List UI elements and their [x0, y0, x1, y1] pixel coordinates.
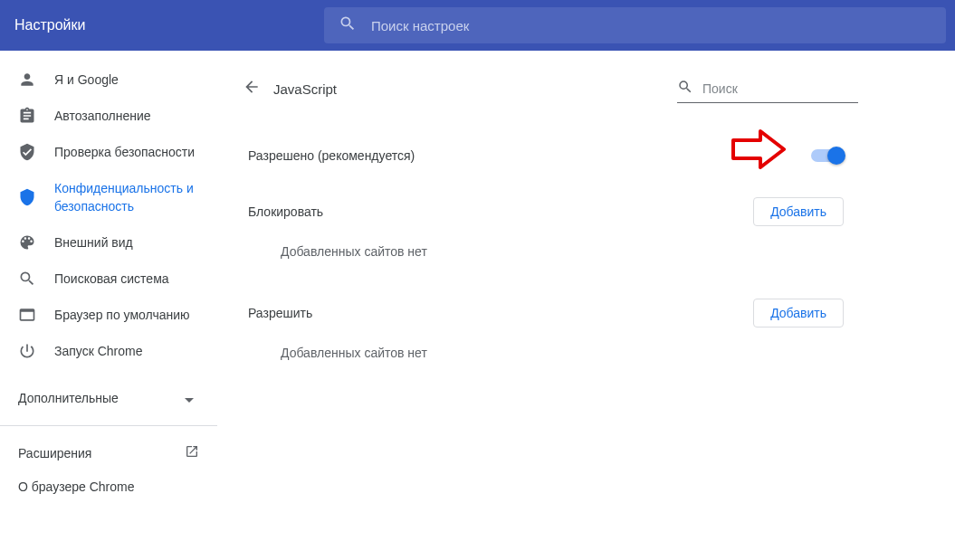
sidebar-item-on-startup[interactable]: Запуск Chrome — [0, 333, 217, 369]
layout: Я и Google Автозаполнение Проверка безоп… — [0, 51, 955, 560]
page-search-input[interactable] — [702, 81, 861, 96]
app-header: Настройки — [0, 0, 955, 51]
sidebar-item-label: Запуск Chrome — [54, 342, 199, 360]
sidebar-item-search-engine[interactable]: Поисковая система — [0, 261, 217, 297]
header-search-wrap — [324, 7, 946, 43]
allow-section-title: Разрешить — [248, 306, 312, 320]
sidebar-item-label: Автозаполнение — [54, 107, 199, 125]
app-title: Настройки — [0, 17, 324, 33]
arrow-back-icon — [243, 78, 261, 100]
shield-icon — [18, 188, 36, 206]
main-content: JavaScript Разрешено (рекомендуется) Бл — [217, 51, 955, 560]
search-icon — [677, 79, 702, 99]
sidebar-advanced-toggle[interactable]: Дополнительные — [0, 380, 217, 416]
annotation-arrow — [731, 128, 786, 175]
settings-search[interactable] — [324, 7, 946, 43]
person-icon — [18, 71, 36, 89]
search-icon — [339, 14, 371, 36]
sidebar-item-label: Конфиденциальность и безопасность — [54, 179, 199, 215]
sidebar-advanced-label: Дополнительные — [18, 391, 119, 405]
sidebar-about-label: О браузере Chrome — [18, 479, 135, 494]
sidebar-item-appearance[interactable]: Внешний вид — [0, 224, 217, 261]
allowed-label: Разрешено (рекомендуется) — [248, 148, 415, 163]
chevron-down-icon — [185, 391, 194, 405]
sidebar-item-label: Браузер по умолчанию — [54, 306, 199, 324]
sidebar-extensions-label: Расширения — [18, 446, 91, 460]
open-external-icon — [185, 444, 199, 461]
sidebar-item-you-and-google[interactable]: Я и Google — [0, 62, 217, 98]
block-add-button[interactable]: Добавить — [753, 197, 844, 226]
block-section: Блокировать Добавить Добавленных сайтов … — [234, 185, 858, 277]
block-section-title: Блокировать — [248, 204, 323, 219]
sidebar: Я и Google Автозаполнение Проверка безоп… — [0, 51, 217, 560]
palette-icon — [18, 233, 36, 252]
sidebar-item-label: Внешний вид — [54, 233, 199, 252]
search-icon — [18, 270, 36, 288]
allow-section: Разрешить Добавить Добавленных сайтов не… — [234, 286, 858, 378]
shield-check-icon — [18, 143, 36, 161]
card-header: JavaScript — [234, 63, 858, 114]
sidebar-item-autofill[interactable]: Автозаполнение — [0, 98, 217, 134]
divider — [0, 425, 217, 426]
sidebar-item-label: Проверка безопасности — [54, 143, 199, 161]
sidebar-about-chrome[interactable]: О браузере Chrome — [0, 470, 217, 503]
allowed-toggle-row: Разрешено (рекомендуется) — [234, 136, 858, 176]
sidebar-item-default-browser[interactable]: Браузер по умолчанию — [0, 297, 217, 333]
breadcrumb: JavaScript — [273, 81, 337, 97]
allow-empty-message: Добавленных сайтов нет — [248, 327, 844, 378]
block-section-head: Блокировать Добавить — [248, 197, 844, 226]
sidebar-extensions[interactable]: Расширения — [0, 435, 217, 470]
browser-icon — [18, 306, 36, 324]
page-search[interactable] — [677, 75, 858, 103]
block-empty-message: Добавленных сайтов нет — [248, 226, 844, 277]
sidebar-item-label: Я и Google — [54, 71, 199, 89]
allow-add-button[interactable]: Добавить — [753, 299, 844, 327]
sidebar-item-label: Поисковая система — [54, 270, 199, 288]
allow-section-head: Разрешить Добавить — [248, 299, 844, 327]
javascript-allowed-toggle[interactable] — [811, 149, 844, 162]
power-icon — [18, 342, 36, 360]
back-button[interactable] — [234, 71, 270, 107]
clipboard-icon — [18, 107, 36, 125]
settings-card: JavaScript Разрешено (рекомендуется) Бл — [234, 63, 858, 378]
sidebar-item-privacy-security[interactable]: Конфиденциальность и безопасность — [0, 170, 217, 224]
sidebar-item-safety-check[interactable]: Проверка безопасности — [0, 134, 217, 170]
settings-search-input[interactable] — [371, 18, 931, 33]
